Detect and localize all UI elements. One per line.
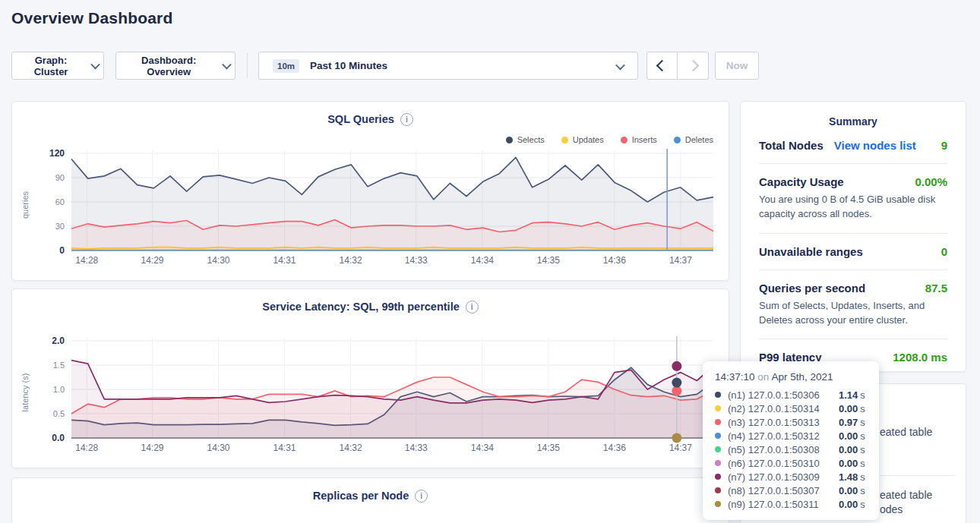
overview-dashboard-page: { "page": { "title": "Overview Dashboard…	[0, 0, 980, 523]
svg-text:14:35: 14:35	[537, 443, 560, 453]
legend-item-deletes[interactable]: Deletes	[674, 135, 713, 144]
legend-dot-icon	[674, 137, 681, 143]
node-color-dot-icon	[715, 474, 721, 480]
svg-text:14:32: 14:32	[340, 255, 362, 266]
legend-dot-icon	[561, 137, 568, 143]
svg-text:0.5: 0.5	[53, 409, 65, 418]
chevron-down-icon	[90, 60, 100, 70]
tooltip-node-row: (n4) 127.0.0.1:503120.00s	[715, 429, 867, 443]
tooltip-timestamp: 14:37:10 on Apr 5th, 2021	[715, 371, 867, 383]
summary-row: Total NodesView nodes list9	[759, 139, 947, 152]
node-color-dot-icon	[715, 392, 721, 398]
svg-text:14:34: 14:34	[471, 255, 494, 266]
range-badge: 10m	[273, 59, 299, 73]
sql-queries-legend: SelectsUpdatesInsertsDeletes	[506, 135, 713, 144]
now-button[interactable]: Now	[715, 52, 759, 80]
summary-row: Unavailable ranges0	[759, 245, 947, 258]
svg-text:0: 0	[59, 245, 65, 256]
summary-divider	[759, 233, 947, 234]
legend-item-updates[interactable]: Updates	[561, 135, 604, 144]
summary-value: 1208.0 ms	[893, 351, 947, 364]
legend-item-selects[interactable]: Selects	[506, 135, 545, 144]
svg-text:30: 30	[55, 222, 65, 231]
legend-dot-icon	[621, 137, 628, 143]
summary-value: 0	[941, 245, 947, 258]
svg-text:14:37: 14:37	[669, 255, 692, 266]
view-nodes-list-link[interactable]: View nodes list	[834, 139, 916, 152]
controls-divider	[247, 53, 248, 78]
event-item-fragment: eated table	[880, 426, 932, 438]
tooltip-node-row: (n5) 127.0.0.1:503080.00s	[715, 443, 867, 456]
range-label: Past 10 Minutes	[310, 60, 387, 71]
svg-text:14:28: 14:28	[75, 255, 98, 266]
svg-text:90: 90	[55, 173, 65, 182]
info-icon[interactable]: i	[400, 113, 413, 126]
chart-tooltip: 14:37:10 on Apr 5th, 2021 (n1) 127.0.0.1…	[703, 361, 879, 520]
summary-divider	[759, 339, 947, 339]
legend-item-inserts[interactable]: Inserts	[621, 135, 657, 144]
summary-title: Summary	[759, 115, 947, 128]
next-range-button[interactable]	[678, 52, 709, 80]
dashboard-dropdown-label: Dashboard: Overview	[121, 55, 217, 77]
summary-card: Summary Total NodesView nodes list9Capac…	[740, 101, 966, 372]
event-item-fragment: eated table	[880, 489, 932, 501]
svg-text:14:36: 14:36	[603, 255, 626, 266]
svg-text:14:29: 14:29	[141, 255, 163, 266]
node-color-dot-icon	[715, 487, 721, 493]
summary-value: 0.00%	[915, 175, 947, 188]
summary-label: Total Nodes	[759, 139, 824, 152]
sql-queries-title: SQL Queriesi	[12, 112, 729, 126]
svg-text:14:28: 14:28	[75, 443, 98, 453]
svg-text:14:33: 14:33	[405, 255, 428, 266]
svg-text:14:33: 14:33	[405, 443, 428, 453]
prev-range-button[interactable]	[646, 52, 678, 80]
svg-text:60: 60	[55, 197, 65, 206]
svg-text:14:37: 14:37	[669, 443, 692, 453]
svg-text:14:29: 14:29	[141, 443, 163, 453]
service-latency-title: Service Latency: SQL, 99th percentilei	[12, 300, 729, 313]
sql-queries-chart[interactable]: 030609012014:2814:2914:3014:3114:3214:33…	[18, 146, 721, 273]
summary-description: Sum of Selects, Updates, Inserts, and De…	[759, 299, 947, 328]
node-color-dot-icon	[715, 419, 721, 425]
chevron-down-icon	[222, 60, 231, 69]
svg-text:14:30: 14:30	[207, 443, 229, 453]
chevron-right-icon	[687, 60, 699, 72]
event-divider	[880, 475, 955, 476]
node-color-dot-icon	[715, 433, 721, 439]
tooltip-node-row: (n1) 127.0.0.1:503061.14s	[715, 388, 867, 402]
summary-description: You are using 0 B of 4.5 GiB usable disk…	[759, 193, 947, 222]
graph-dropdown[interactable]: Graph: Cluster	[11, 52, 104, 80]
node-color-dot-icon	[715, 501, 721, 507]
info-icon[interactable]: i	[466, 301, 479, 313]
svg-text:0.0: 0.0	[52, 433, 65, 443]
service-latency-chart[interactable]: 0.00.51.01.52.014:2814:2914:3014:3114:32…	[18, 333, 721, 461]
sql-queries-card: SQL Queriesi SelectsUpdatesInsertsDelete…	[11, 101, 729, 281]
summary-value: 87.5	[925, 282, 947, 295]
replicas-per-node-card: Replicas per Nodei	[11, 477, 729, 523]
chevron-left-icon	[656, 60, 669, 72]
tooltip-node-row: (n2) 127.0.0.1:503140.00s	[715, 402, 867, 415]
tooltip-node-row: (n9) 127.0.0.1:503110.00s	[715, 497, 867, 511]
tooltip-node-row: (n8) 127.0.0.1:503070.00s	[715, 484, 867, 497]
time-range-picker[interactable]: 10m Past 10 Minutes	[258, 52, 638, 80]
svg-text:14:36: 14:36	[603, 443, 626, 453]
svg-text:1.0: 1.0	[53, 385, 65, 394]
dashboard-dropdown[interactable]: Dashboard: Overview	[115, 52, 236, 80]
info-icon[interactable]: i	[415, 490, 428, 503]
node-color-dot-icon	[715, 446, 721, 452]
node-color-dot-icon	[715, 405, 721, 411]
svg-text:1.5: 1.5	[53, 361, 65, 370]
svg-text:14:35: 14:35	[537, 255, 560, 266]
node-color-dot-icon	[715, 460, 721, 466]
summary-divider	[759, 163, 947, 164]
controls-bar: Graph: Cluster Dashboard: Overview 10m P…	[0, 52, 980, 80]
svg-text:14:32: 14:32	[340, 443, 362, 453]
summary-label: Queries per second	[759, 282, 865, 295]
graph-dropdown-label: Graph: Cluster	[17, 55, 85, 77]
summary-row: Capacity Usage0.00%	[759, 175, 947, 188]
chevron-down-icon	[615, 61, 625, 71]
summary-divider	[759, 269, 947, 270]
summary-value: 9	[941, 139, 947, 152]
svg-text:120: 120	[49, 148, 65, 159]
svg-text:2.0: 2.0	[52, 336, 65, 346]
